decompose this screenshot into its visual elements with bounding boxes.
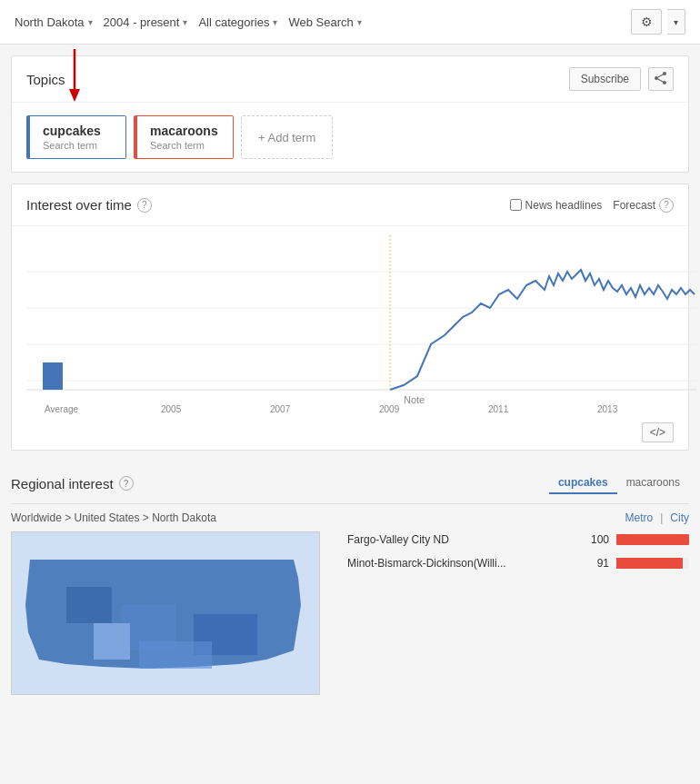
svg-text:Note: Note — [404, 394, 425, 405]
svg-text:2013: 2013 — [597, 404, 618, 414]
breadcrumb: Worldwide > United States > North Dakota — [11, 511, 329, 524]
svg-rect-26 — [94, 623, 130, 660]
topics-header: Topics Subscribe — [12, 56, 688, 103]
topic-name-macaroons: macaroons — [150, 124, 220, 138]
regional-help-icon[interactable]: ? — [119, 476, 134, 491]
topic-name-cupcakes: cupcakes — [43, 124, 113, 138]
table-row: Fargo-Valley City ND 100 — [347, 533, 689, 546]
topic-sub-cupcakes: Search term — [43, 140, 113, 151]
svg-text:2007: 2007 — [270, 404, 291, 414]
forecast-help-icon[interactable]: ? — [659, 198, 674, 213]
topics-body: cupcakes Search term macaroons Search te… — [12, 103, 688, 172]
interest-header: Interest over time ? News headlines Fore… — [12, 184, 688, 226]
chart-options: News headlines Forecast ? — [510, 198, 674, 213]
regional-body: Worldwide > United States > North Dakota — [11, 504, 689, 695]
add-term-button[interactable]: + Add term — [241, 115, 333, 159]
region-bar-minot — [616, 558, 683, 569]
region-name-minot: Minot-Bismarck-Dickinson(Willi... — [347, 557, 575, 570]
search-type-chevron: ▾ — [357, 17, 362, 27]
topic-chip-cupcakes[interactable]: cupcakes Search term — [26, 115, 126, 159]
settings-dropdown-button[interactable]: ▾ — [667, 9, 685, 35]
map-area: Worldwide > United States > North Dakota — [11, 511, 329, 695]
gear-icon: ⚙ — [641, 15, 653, 29]
interest-help-icon[interactable]: ? — [137, 198, 152, 213]
data-area: Metro | City Fargo-Valley City ND 100 Mi… — [329, 511, 689, 695]
interest-title-group: Interest over time ? — [26, 197, 152, 213]
svg-rect-23 — [66, 587, 112, 623]
share-button[interactable] — [648, 67, 674, 91]
region-value-fargo: 100 — [582, 533, 609, 546]
news-headlines-label[interactable]: News headlines — [510, 199, 603, 212]
category-chevron: ▾ — [273, 17, 277, 27]
topics-title: Topics — [26, 72, 65, 87]
svg-text:2011: 2011 — [488, 404, 509, 414]
topbar: North Dakota ▾ 2004 - present ▾ All cate… — [0, 0, 700, 45]
region-bar-wrap-minot — [616, 558, 689, 569]
interest-over-time-card: Interest over time ? News headlines Fore… — [11, 184, 689, 451]
svg-text:2005: 2005 — [161, 404, 182, 414]
regional-title: Regional interest — [11, 476, 114, 491]
dropdown-chevron-icon: ▾ — [674, 17, 678, 27]
map-placeholder — [11, 531, 320, 695]
region-value-minot: 91 — [582, 557, 609, 570]
share-icon — [655, 72, 667, 87]
chart-footer: </> — [12, 417, 688, 450]
settings-button[interactable]: ⚙ — [631, 9, 662, 35]
forecast-toggle: Forecast ? — [613, 198, 674, 213]
metro-link[interactable]: Metro — [625, 511, 654, 524]
table-row: Minot-Bismarck-Dickinson(Willi... 91 — [347, 557, 689, 570]
region-chevron: ▾ — [88, 17, 93, 27]
embed-code-button[interactable]: </> — [642, 422, 674, 442]
topic-sub-macaroons: Search term — [150, 140, 220, 151]
svg-text:Average: Average — [45, 404, 79, 414]
regional-tabs: cupcakes macaroons — [549, 472, 689, 494]
svg-text:2009: 2009 — [379, 404, 400, 414]
region-bar-fargo — [616, 534, 689, 545]
regional-section: Regional interest ? cupcakes macaroons W… — [11, 461, 689, 695]
subscribe-button[interactable]: Subscribe — [569, 67, 641, 91]
topics-actions: Subscribe — [569, 67, 674, 91]
region-name-fargo: Fargo-Valley City ND — [347, 533, 575, 546]
svg-line-5 — [656, 74, 665, 78]
regional-header: Regional interest ? cupcakes macaroons — [11, 461, 689, 504]
category-filter[interactable]: All categories ▾ — [198, 15, 277, 29]
city-link[interactable]: City — [670, 511, 689, 524]
tab-cupcakes[interactable]: cupcakes — [549, 472, 617, 494]
region-bar-wrap-fargo — [616, 534, 689, 545]
svg-rect-12 — [43, 362, 63, 390]
regional-title-group: Regional interest ? — [11, 476, 134, 491]
metro-city-toggle: Metro | City — [347, 511, 689, 524]
separator: | — [660, 511, 663, 524]
svg-rect-25 — [139, 641, 212, 669]
time-chevron: ▾ — [183, 17, 187, 27]
chart-area: Note Average 2005 2007 2009 2011 2013 — [12, 226, 688, 417]
tab-macaroons[interactable]: macaroons — [617, 472, 689, 494]
interest-title: Interest over time — [26, 197, 132, 213]
svg-line-6 — [656, 78, 665, 83]
search-type-filter[interactable]: Web Search ▾ — [288, 15, 361, 29]
region-filter[interactable]: North Dakota ▾ — [15, 15, 93, 29]
topic-chip-macaroons[interactable]: macaroons Search term — [134, 115, 234, 159]
topbar-actions: ⚙ ▾ — [631, 9, 685, 35]
time-filter[interactable]: 2004 - present ▾ — [104, 15, 188, 29]
topics-card: Topics Subscribe cupcakes Search term ma… — [11, 55, 689, 173]
chart-svg: Note Average 2005 2007 2009 2011 2013 — [26, 235, 674, 417]
news-headlines-checkbox[interactable] — [510, 199, 522, 211]
topbar-filters: North Dakota ▾ 2004 - present ▾ All cate… — [15, 15, 362, 29]
